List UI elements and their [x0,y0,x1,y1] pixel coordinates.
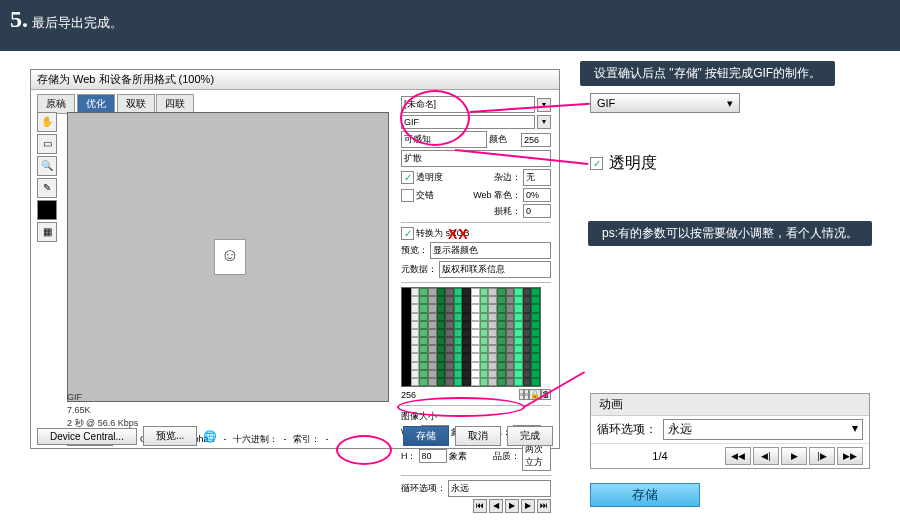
hand-tool-icon[interactable]: ✋ [37,112,57,132]
chevron-down-icon: ▾ [727,97,733,110]
metadata-select[interactable]: 版权和联系信息 [439,261,551,278]
preview-sprite [214,239,246,275]
quality-label: 品质： [493,450,520,463]
loop-label: 循环选项： [401,482,446,495]
preset-select[interactable]: [未命名] [401,96,535,113]
slice-tool-icon[interactable]: ▭ [37,134,57,154]
tool-column: ✋ ▭ 🔍 ✎ ▦ [37,112,63,244]
zoom-tool-icon[interactable]: 🔍 [37,156,57,176]
interlace-checkbox[interactable] [401,189,414,202]
transparency-label: 透明度 [416,171,443,184]
websnap-label: Web 靠色： [473,189,521,202]
color-table[interactable] [401,287,541,387]
anim-prev-icon[interactable]: ◀ [489,499,503,513]
tab-original[interactable]: 原稿 [37,94,75,114]
anim-page: 1/4 [597,450,723,462]
transparency-checkbox-callout[interactable]: ✓ [590,157,603,170]
format-select[interactable]: GIF [401,115,535,129]
dialog-save-button[interactable]: 存储 [403,426,449,446]
anim-loop-label: 循环选项： [597,421,657,438]
interlace-label: 交错 [416,189,434,202]
anim-play-icon[interactable]: ▶ [505,499,519,513]
device-central-button[interactable]: Device Central... [37,428,137,445]
loop-select[interactable]: 永远 [448,480,551,497]
dialog-title: 存储为 Web 和设备所用格式 (100%) [31,70,559,90]
content-area: 存储为 Web 和设备所用格式 (100%) 原稿 优化 双联 四联 ✋ ▭ 🔍… [0,51,900,520]
anim-next-icon[interactable]: ▶ [521,499,535,513]
preview-canvas [67,112,389,402]
websnap-input[interactable]: 0% [523,188,551,202]
matte-select[interactable]: 无 [523,169,551,186]
step-number: 5. [10,6,28,32]
ct-count: 256 [401,390,416,400]
height-input[interactable]: 80 [419,449,447,463]
colors-input[interactable]: 256 [521,133,551,147]
ct-btn-3[interactable]: 🔒 [529,389,541,400]
anim-title: 动画 [591,394,869,416]
ct-btn-4[interactable]: 🗑 [541,389,551,400]
dialog-footer: Device Central... 预览... 🌐 存储 取消 完成 [37,426,553,446]
toggle-icon[interactable]: ▦ [37,222,57,242]
preview-info: GIF 7.65K 2 秒 @ 56.6 Kbps [67,391,387,430]
colors-label: 颜色 [489,133,519,146]
anim-first-button[interactable]: ◀◀ [725,447,751,465]
format-dropdown-callout[interactable]: GIF▾ [590,93,740,113]
xx-annotation: XX [448,226,469,242]
srgb-checkbox[interactable]: ✓ [401,227,414,240]
matte-label: 杂边： [494,171,521,184]
options-panel: [未命名]▾ GIF▾ 可感知颜色256 扩散 ✓透明度杂边：无 交错Web 靠… [401,94,551,444]
tab-2up[interactable]: 双联 [117,94,155,114]
anim-last-icon[interactable]: ⏭ [537,499,551,513]
callout-confirm: 设置确认后点 "存储" 按钮完成GIF的制作。 [580,61,835,86]
tab-4up[interactable]: 四联 [156,94,194,114]
lossy-input[interactable]: 0 [523,204,551,218]
swatch-icon[interactable] [37,200,57,220]
anim-loop-select[interactable]: 永远▾ [663,419,863,440]
save-for-web-dialog: 存储为 Web 和设备所用格式 (100%) 原稿 优化 双联 四联 ✋ ▭ 🔍… [30,69,560,449]
dialog-done-button[interactable]: 完成 [507,426,553,446]
metadata-label: 元数据： [401,263,437,276]
transparency-label-callout: 透明度 [609,153,657,174]
transparency-checkbox[interactable]: ✓ [401,171,414,184]
eyedropper-tool-icon[interactable]: ✎ [37,178,57,198]
callout-note: ps:有的参数可以按需要做小调整，看个人情况。 [588,221,872,246]
lossy-label: 损耗： [494,205,521,218]
px-label2: 象素 [449,450,467,463]
animation-panel: 动画 循环选项： 永远▾ 1/4 ◀◀ ◀| ▶ |▶ ▶▶ [590,393,870,469]
preset-menu-icon[interactable]: ▾ [537,98,551,112]
tab-optimized[interactable]: 优化 [77,94,115,114]
algorithm-select[interactable]: 可感知 [401,131,487,148]
step-title: 最后导出完成。 [32,15,123,30]
h-label: H： [401,450,417,463]
anim-next-button[interactable]: |▶ [809,447,835,465]
dither-select[interactable]: 扩散 [401,150,551,167]
preview-tabs: 原稿 优化 双联 四联 [37,94,193,114]
anim-first-icon[interactable]: ⏮ [473,499,487,513]
format-arrow-icon[interactable]: ▾ [537,115,551,129]
preview-label: 预览： [401,244,428,257]
image-size-title: 图像大小 [401,410,551,423]
anim-prev-button[interactable]: ◀| [753,447,779,465]
dialog-cancel-button[interactable]: 取消 [455,426,501,446]
anim-play-button[interactable]: ▶ [781,447,807,465]
chevron-down-icon: ▾ [852,421,858,438]
save-button-callout[interactable]: 存储 [590,483,700,507]
anim-last-button[interactable]: ▶▶ [837,447,863,465]
preview-select[interactable]: 显示器颜色 [430,242,551,259]
preview-button[interactable]: 预览... [143,426,197,446]
